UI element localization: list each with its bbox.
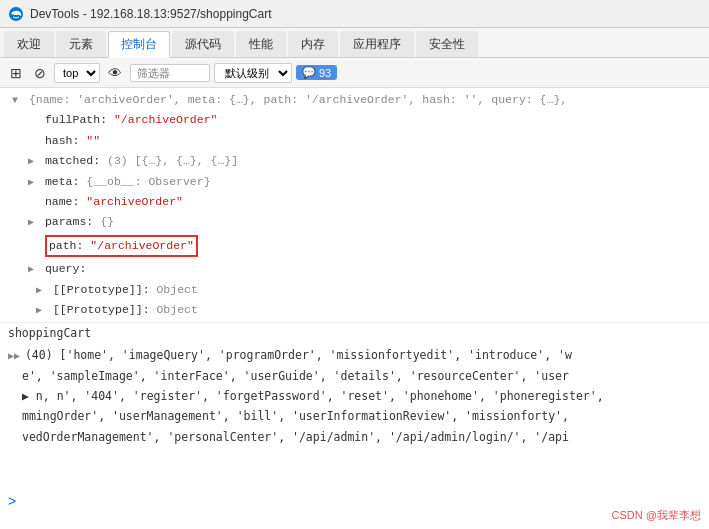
array-line-2: e', 'sampleImage', 'interFace', 'userGui… — [8, 366, 701, 386]
message-count: 93 — [319, 67, 331, 79]
tree-path: path: "/archiveOrder" — [4, 233, 705, 259]
edge-icon — [8, 6, 24, 22]
clear-button[interactable]: ⊘ — [30, 63, 50, 83]
tree-meta[interactable]: meta: {__ob__: Observer} — [4, 172, 705, 192]
tree-query[interactable]: query: — [4, 259, 705, 279]
array-section: ▶ (40) ['home', 'imageQuery', 'programOr… — [0, 343, 709, 449]
tab-performance[interactable]: 性能 — [236, 31, 286, 57]
nav-tabs: 欢迎 元素 控制台 源代码 性能 内存 应用程序 安全性 — [0, 28, 709, 58]
expand-arrow-proto2[interactable] — [36, 303, 46, 319]
watermark: CSDN @我辈李想 — [612, 508, 701, 523]
array-line-3: ▶ n, n', '404', 'register', 'forgetPassw… — [8, 386, 701, 406]
expand-arrow-array[interactable]: ▶ — [8, 348, 18, 364]
expand-arrow-meta[interactable] — [28, 175, 38, 191]
tree-params[interactable]: params: {} — [4, 212, 705, 232]
tree-fullpath: fullPath: "/archiveOrder" — [4, 110, 705, 130]
expand-arrow-root[interactable] — [12, 93, 22, 109]
eye-icon[interactable]: 👁 — [104, 63, 126, 83]
filter-input[interactable] — [130, 64, 210, 82]
object-tree-section: {name: 'archiveOrder', meta: {…}, path: … — [0, 88, 709, 322]
tree-root-line[interactable]: {name: 'archiveOrder', meta: {…}, path: … — [4, 90, 705, 110]
tree-prototype-1[interactable]: [[Prototype]]: Object — [4, 280, 705, 300]
tab-elements[interactable]: 元素 — [56, 31, 106, 57]
toolbar: ⊞ ⊘ top 👁 默认级别 💬 93 — [0, 58, 709, 88]
object-preview-text: {name: 'archiveOrder', meta: {…}, path: … — [29, 93, 567, 106]
tab-memory[interactable]: 内存 — [288, 31, 338, 57]
tree-name: name: "archiveOrder" — [4, 192, 705, 212]
array-line-4: mmingOrder', 'userManagement', 'bill', '… — [8, 406, 701, 426]
level-select[interactable]: 默认级别 — [214, 63, 292, 83]
array-line-1: ▶ (40) ['home', 'imageQuery', 'programOr… — [8, 345, 701, 365]
top-context-select[interactable]: top — [54, 63, 100, 83]
expand-arrow-proto1[interactable] — [36, 283, 46, 299]
expand-arrow-matched[interactable] — [28, 154, 38, 170]
tree-matched[interactable]: matched: (3) [{…}, {…}, {…}] — [4, 151, 705, 171]
section-label: shoppingCart — [0, 322, 709, 343]
message-icon: 💬 — [302, 66, 316, 79]
window-title: DevTools - 192.168.18.13:9527/shoppingCa… — [30, 7, 272, 21]
console-area[interactable]: {name: 'archiveOrder', meta: {…}, path: … — [0, 88, 709, 529]
array-line-5: vedOrderManagement', 'personalCenter', '… — [8, 427, 701, 447]
tab-application[interactable]: 应用程序 — [340, 31, 414, 57]
message-count-badge: 💬 93 — [296, 65, 337, 80]
console-wrapper: {name: 'archiveOrder', meta: {…}, path: … — [0, 88, 709, 529]
tree-hash: hash: "" — [4, 131, 705, 151]
title-bar: DevTools - 192.168.18.13:9527/shoppingCa… — [0, 0, 709, 28]
tree-prototype-2[interactable]: [[Prototype]]: Object — [4, 300, 705, 320]
expand-arrow-params[interactable] — [28, 215, 38, 231]
tab-console[interactable]: 控制台 — [108, 31, 170, 58]
expand-arrow-query[interactable] — [28, 262, 38, 278]
tab-welcome[interactable]: 欢迎 — [4, 31, 54, 57]
path-highlight-box: path: "/archiveOrder" — [45, 235, 198, 257]
tab-sources[interactable]: 源代码 — [172, 31, 234, 57]
new-console-button[interactable]: ⊞ — [6, 63, 26, 83]
tab-security[interactable]: 安全性 — [416, 31, 478, 57]
console-prompt[interactable]: > — [8, 493, 16, 509]
